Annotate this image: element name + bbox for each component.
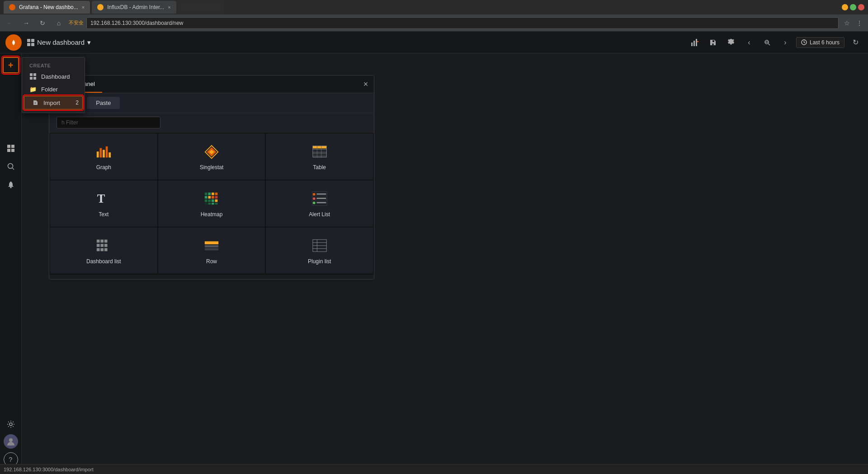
pluginlist-icon <box>311 237 329 255</box>
minimize-btn[interactable] <box>842 4 848 10</box>
svg-point-18 <box>8 164 13 169</box>
svg-rect-43 <box>205 196 208 199</box>
tab-close-1[interactable]: × <box>82 5 85 10</box>
status-bar: 192.168.126.130:3000/dashboard/import <box>0 464 868 474</box>
svg-rect-64 <box>97 240 100 243</box>
heatmap-label: Heatmap <box>201 211 223 218</box>
top-nav-actions: ‹ › Last 6 hours ↻ <box>688 35 863 50</box>
svg-rect-51 <box>205 203 208 204</box>
user-avatar[interactable] <box>4 434 18 449</box>
svg-point-59 <box>312 202 315 204</box>
svg-rect-3 <box>693 41 695 46</box>
svg-rect-50 <box>215 199 218 202</box>
table-label: Table <box>313 164 326 171</box>
panel-filter <box>49 113 374 133</box>
svg-point-20 <box>10 187 12 188</box>
panel-grid: Graph Singlestat <box>49 133 374 275</box>
svg-rect-66 <box>104 240 108 243</box>
forward-button[interactable]: → <box>20 17 33 29</box>
sidebar-item-search[interactable] <box>3 158 19 175</box>
add-panel-button[interactable]: + <box>3 57 19 73</box>
top-nav: New dashboard ▾ <box>0 32 868 53</box>
address-bar: ← → ↻ ⌂ 不安全 ☆ ⋮ <box>0 14 868 32</box>
bookmark-icon[interactable]: ⋮ <box>854 19 864 28</box>
new-panel-modal: New Panel × Add Paste <box>49 75 374 280</box>
svg-rect-26 <box>106 147 108 158</box>
modal-close-button[interactable]: × <box>358 76 374 92</box>
add-panel-icon-btn[interactable] <box>688 35 702 50</box>
grafana-logo[interactable] <box>5 34 22 51</box>
panel-item-graph[interactable]: Graph <box>50 133 157 180</box>
modal-resize-handle[interactable] <box>49 275 374 279</box>
svg-rect-24 <box>100 148 102 157</box>
panel-item-alertlist[interactable]: Alert List <box>266 180 373 227</box>
modal-header: New Panel × <box>49 76 374 93</box>
svg-rect-17 <box>11 149 14 152</box>
svg-rect-65 <box>101 240 104 243</box>
panel-item-table[interactable]: Table <box>266 133 373 180</box>
tab-paste[interactable]: Paste <box>87 97 120 109</box>
svg-rect-5 <box>697 41 698 42</box>
svg-rect-67 <box>97 244 100 247</box>
svg-rect-69 <box>104 244 108 247</box>
dashboard-icon <box>29 73 37 80</box>
refresh-button[interactable]: ↻ <box>36 17 49 29</box>
svg-rect-74 <box>205 245 218 247</box>
panel-item-row[interactable]: Row <box>158 228 265 274</box>
svg-rect-44 <box>208 196 211 199</box>
sidebar-item-alerts[interactable] <box>3 176 19 193</box>
svg-rect-41 <box>212 193 214 195</box>
create-import-label: Import <box>43 100 60 106</box>
create-folder-item[interactable]: 📁 Folder <box>22 83 85 95</box>
dashboard-title[interactable]: New dashboard ▾ <box>27 38 91 47</box>
close-btn[interactable] <box>858 4 864 10</box>
star-icon[interactable]: ☆ <box>842 19 852 28</box>
panel-item-text[interactable]: T Text <box>50 180 157 227</box>
panel-item-pluginlist[interactable]: Plugin list <box>266 228 373 274</box>
svg-rect-47 <box>205 199 208 202</box>
zoom-out-btn[interactable] <box>760 35 774 50</box>
create-dropdown: Create Dashboard 📁 Folder <box>22 57 85 113</box>
browser-tab-extra[interactable] <box>178 1 223 14</box>
status-url: 192.168.126.130:3000/dashboard/import <box>4 467 94 472</box>
graph-icon <box>94 142 113 161</box>
create-import-item[interactable]: Import 2 <box>24 96 83 109</box>
browser-tab-1[interactable]: Grafana - New dashbo... × <box>4 1 90 14</box>
dashlist-label: Dashboard list <box>86 258 121 265</box>
panel-item-dashlist[interactable]: Dashboard list <box>50 228 157 274</box>
dashboard-grid-icon <box>27 39 34 46</box>
sidebar-item-config[interactable] <box>3 416 19 432</box>
svg-rect-75 <box>205 248 218 251</box>
svg-rect-53 <box>212 203 214 204</box>
address-input[interactable] <box>86 17 839 29</box>
table-icon <box>311 142 329 161</box>
svg-rect-71 <box>101 248 104 251</box>
time-range-button[interactable]: Last 6 hours <box>796 37 844 48</box>
create-dashboard-item[interactable]: Dashboard <box>22 70 85 83</box>
security-label: 不安全 <box>69 19 84 26</box>
next-time-btn[interactable]: › <box>778 35 793 50</box>
save-icon-btn[interactable] <box>706 35 720 50</box>
back-button[interactable]: ← <box>4 17 16 29</box>
tab-close-2[interactable]: × <box>168 5 170 10</box>
singlestat-icon <box>203 142 221 161</box>
create-dashboard-label: Dashboard <box>41 73 70 80</box>
refresh-icon-btn[interactable]: ↻ <box>848 35 863 50</box>
sidebar-item-dashboards[interactable] <box>3 140 19 156</box>
import-badge: 2 <box>75 100 79 106</box>
svg-rect-48 <box>208 199 211 202</box>
maximize-btn[interactable] <box>850 4 856 10</box>
home-button[interactable]: ⌂ <box>52 17 65 29</box>
row-label: Row <box>206 258 217 265</box>
svg-rect-40 <box>208 193 211 195</box>
panel-item-heatmap[interactable]: Heatmap <box>158 180 265 227</box>
grafana-app: New dashboard ▾ <box>0 32 868 474</box>
dashboard-title-text: New dashboard <box>37 38 85 46</box>
panel-filter-input[interactable] <box>57 117 160 128</box>
browser-chrome: Grafana - New dashbo... × InfluxDB - Adm… <box>0 0 868 32</box>
browser-tab-2[interactable]: InfluxDB - Admin Inter... × <box>92 1 176 14</box>
prev-time-btn[interactable]: ‹ <box>742 35 756 50</box>
panel-item-singlestat[interactable]: Singlestat <box>158 133 265 180</box>
pluginlist-label: Plugin list <box>308 258 331 265</box>
settings-icon-btn[interactable] <box>724 35 738 50</box>
